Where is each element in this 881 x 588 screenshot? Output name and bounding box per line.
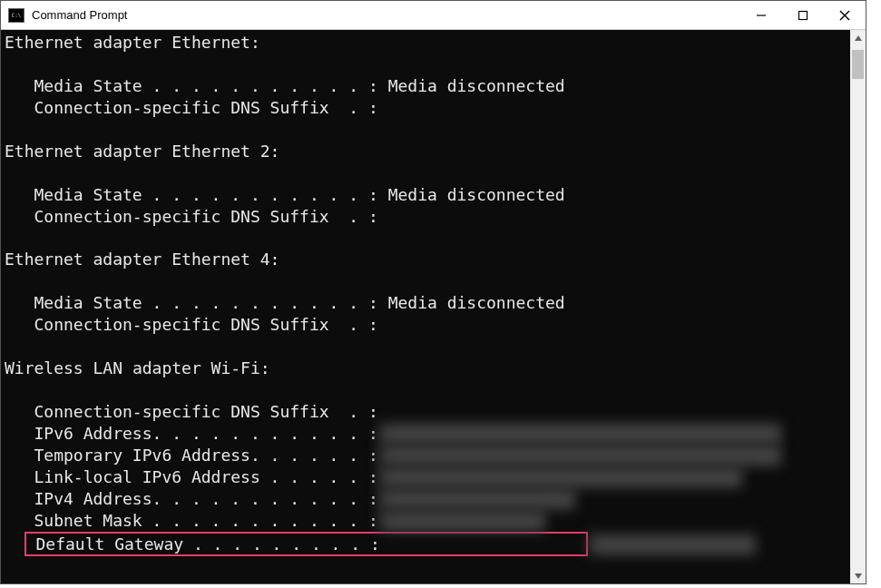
blank-line [5, 227, 847, 249]
window-title: Command Prompt [32, 8, 127, 22]
blank-line [5, 162, 847, 184]
field-value: Media disconnected [378, 76, 565, 95]
terminal-output[interactable]: Ethernet adapter Ethernet: Media State .… [1, 30, 850, 583]
svg-marker-4 [855, 35, 862, 41]
field-value: xxxxxxxxxxxxxxxxxxx [378, 488, 575, 510]
adapter-header: Ethernet adapter Ethernet 2: [5, 141, 847, 162]
field-value: xxxxxxxxxxxxxxxxxxxxxxxxxxxxxxxxxxxx [378, 466, 742, 488]
blank-line [5, 270, 847, 292]
scrollbar[interactable] [850, 30, 866, 583]
blank-line [5, 54, 847, 75]
blank-line [5, 336, 847, 358]
field-value: xxxxxxxxxxxxxxxxxxxxxxxxxxxxxxxxxxxxxxxx [378, 423, 781, 445]
output-line: Media State . . . . . . . . . . . : Medi… [5, 292, 847, 314]
field-value: Media disconnected [378, 293, 565, 312]
svg-rect-1 [799, 11, 808, 19]
field-label: Connection-specific DNS Suffix . : [34, 207, 378, 226]
output-line: Temporary IPv6 Address. . . . . . : xxxx… [5, 445, 847, 466]
content-area: Ethernet adapter Ethernet: Media State .… [1, 30, 866, 583]
scroll-up-arrow-icon[interactable] [850, 30, 866, 45]
field-label: Media State . . . . . . . . . . . : [34, 293, 378, 312]
window: C:\ Command Prompt Ethernet adapter Ethe… [0, 0, 866, 584]
output-line: Subnet Mask . . . . . . . . . . . : xxxx… [5, 510, 847, 532]
field-label: Temporary IPv6 Address. . . . . . : [34, 446, 378, 465]
default-gateway-row: Default Gateway . . . . . . . . . : xxxx… [5, 532, 847, 556]
maximize-button[interactable] [782, 1, 824, 29]
window-controls [740, 1, 866, 29]
field-label: Connection-specific DNS Suffix . : [34, 98, 378, 117]
field-value: xxxxxxxxxxxxxxxx [588, 534, 755, 555]
output-line: Link-local IPv6 Address . . . . . : xxxx… [5, 466, 847, 488]
scroll-thumb[interactable] [852, 50, 864, 79]
blank-line [5, 379, 847, 401]
titlebar[interactable]: C:\ Command Prompt [1, 1, 866, 30]
field-value: Media disconnected [378, 185, 565, 204]
output-line: Media State . . . . . . . . . . . : Medi… [5, 184, 847, 206]
output-line: Connection-specific DNS Suffix . : [5, 206, 847, 228]
output-line: Connection-specific DNS Suffix . : [5, 401, 847, 423]
output-line: Connection-specific DNS Suffix . : [5, 97, 847, 119]
output-line: Media State . . . . . . . . . . . : Medi… [5, 75, 847, 97]
scroll-down-arrow-icon[interactable] [850, 568, 866, 583]
svg-marker-5 [855, 573, 862, 579]
field-label: Media State . . . . . . . . . . . : [34, 76, 378, 95]
blank-line [5, 119, 847, 141]
adapter-header: Ethernet adapter Ethernet: [5, 32, 847, 54]
adapter-header: Ethernet adapter Ethernet 4: [5, 249, 847, 270]
field-label: Media State . . . . . . . . . . . : [34, 185, 378, 204]
field-label: Connection-specific DNS Suffix . : [34, 315, 378, 334]
field-value: xxxxxxxxxxxxxxxxxxxxxxxxxxxxxxxxxxxxxxxx [378, 445, 781, 466]
default-gateway-highlight: Default Gateway . . . . . . . . . : [24, 532, 589, 556]
close-button[interactable] [824, 1, 866, 29]
field-value: xxxxxxxxxxxxxxxx [378, 510, 545, 532]
adapter-header: Wireless LAN adapter Wi-Fi: [5, 358, 847, 379]
field-label: Subnet Mask . . . . . . . . . . . : [34, 511, 378, 530]
field-label: IPv6 Address. . . . . . . . . . . : [34, 424, 378, 443]
output-line: IPv6 Address. . . . . . . . . . . : xxxx… [5, 423, 847, 445]
field-label: Connection-specific DNS Suffix . : [34, 402, 378, 421]
minimize-button[interactable] [740, 1, 782, 29]
output-line: IPv4 Address. . . . . . . . . . . : xxxx… [5, 488, 847, 510]
field-label: Link-local IPv6 Address . . . . . : [34, 467, 378, 486]
field-label: Default Gateway . . . . . . . . . : [36, 534, 380, 554]
output-line: Connection-specific DNS Suffix . : [5, 314, 847, 336]
field-label: IPv4 Address. . . . . . . . . . . : [34, 489, 378, 508]
cmd-icon: C:\ [8, 8, 24, 23]
